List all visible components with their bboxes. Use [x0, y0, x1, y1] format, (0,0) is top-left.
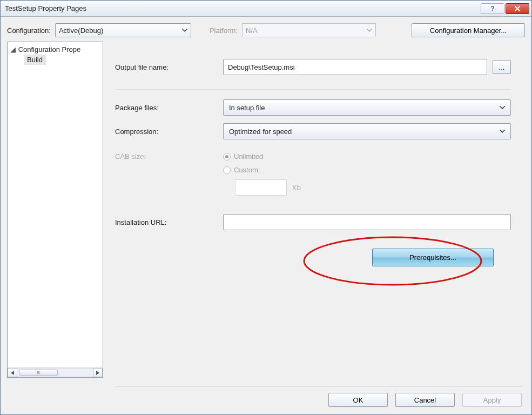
browse-button[interactable]: ... [493, 60, 511, 74]
scroll-thumb[interactable] [19, 370, 58, 376]
configuration-combo[interactable]: Active(Debug) [55, 23, 191, 37]
platform-combo: N/A [242, 23, 376, 37]
cab-row: CAB size: Unlimited Custom: Kb [115, 152, 511, 196]
collapse-icon[interactable]: ◢ [10, 45, 16, 53]
install-url-input[interactable] [223, 214, 511, 230]
cab-unit-label: Kb [292, 184, 301, 192]
cancel-button[interactable]: Cancel [395, 393, 455, 407]
package-label: Package files: [115, 104, 223, 112]
help-button[interactable]: ? [481, 3, 504, 14]
configuration-manager-button[interactable]: Configuration Manager... [412, 23, 525, 37]
platform-label: Platform: [210, 26, 238, 35]
chevron-down-icon [500, 130, 505, 133]
dialog-window: TestSetup Property Pages ? Configuration… [0, 0, 532, 415]
close-button[interactable] [506, 3, 529, 14]
chevron-down-icon [500, 106, 505, 109]
tree-item-build[interactable]: Build [24, 55, 46, 65]
main-layout: ◢ Configuration Prope Build Output file … [7, 42, 525, 378]
cab-size-input [235, 179, 287, 196]
cab-unlimited-radio: Unlimited [223, 152, 301, 160]
output-file-input[interactable]: Debug\TestSetup.msi [223, 59, 487, 75]
footer-buttons: OK Cancel Apply [328, 393, 522, 407]
window-title: TestSetup Property Pages [5, 4, 481, 12]
dialog-body: Configuration: Active(Debug) Platform: N… [1, 17, 531, 384]
radio-icon [223, 153, 231, 160]
compression-label: Compression: [115, 128, 223, 136]
prerequisites-button[interactable]: Prerequisites... [372, 249, 494, 266]
output-file-value: Debug\TestSetup.msi [228, 63, 295, 71]
compression-row: Compression: Optimized for speed [115, 123, 511, 139]
platform-value: N/A [246, 26, 258, 35]
configuration-value: Active(Debug) [59, 26, 103, 35]
tree-horizontal-scrollbar[interactable] [8, 367, 103, 377]
help-icon: ? [490, 5, 494, 12]
radio-icon [223, 166, 231, 174]
separator [115, 89, 511, 90]
tree-item-label: Build [27, 56, 43, 64]
compression-value: Optimized for speed [229, 128, 292, 136]
titlebar-buttons: ? [481, 3, 529, 14]
configuration-label: Configuration: [7, 26, 51, 35]
output-row: Output file name: Debug\TestSetup.msi ..… [115, 59, 511, 75]
install-url-label: Installation URL: [115, 218, 223, 226]
chevron-down-icon [182, 29, 187, 32]
scroll-left-button[interactable] [8, 368, 17, 377]
footer-separator [114, 386, 522, 387]
output-label: Output file name: [115, 63, 223, 71]
tree-root-label: Configuration Prope [18, 45, 81, 53]
package-files-value: In setup file [229, 104, 265, 112]
title-bar: TestSetup Property Pages ? [1, 1, 531, 17]
scroll-track[interactable] [17, 368, 93, 377]
package-files-dropdown[interactable]: In setup file [223, 99, 511, 116]
cab-options: Unlimited Custom: Kb [223, 152, 301, 196]
apply-button: Apply [462, 393, 522, 407]
chevron-down-icon [367, 29, 372, 32]
install-url-row: Installation URL: [115, 214, 511, 230]
close-icon [514, 5, 521, 12]
cab-custom-radio: Custom: [223, 166, 301, 174]
caret-left-icon [11, 371, 14, 375]
cab-label: CAB size: [115, 152, 223, 160]
caret-right-icon [96, 371, 99, 375]
cab-custom-label: Custom: [234, 166, 260, 174]
form-panel: Output file name: Debug\TestSetup.msi ..… [112, 42, 525, 378]
tree-root-row[interactable]: ◢ Configuration Prope [9, 44, 102, 55]
scroll-right-button[interactable] [93, 368, 103, 377]
package-row: Package files: In setup file [115, 99, 511, 116]
tree-scroll-area: ◢ Configuration Prope Build [8, 42, 103, 367]
property-tree[interactable]: ◢ Configuration Prope Build [7, 42, 103, 378]
top-row: Configuration: Active(Debug) Platform: N… [7, 23, 525, 37]
cab-size-row: Kb [235, 179, 301, 196]
ok-button[interactable]: OK [328, 393, 388, 407]
compression-dropdown[interactable]: Optimized for speed [223, 123, 511, 139]
cab-unlimited-label: Unlimited [234, 152, 263, 160]
